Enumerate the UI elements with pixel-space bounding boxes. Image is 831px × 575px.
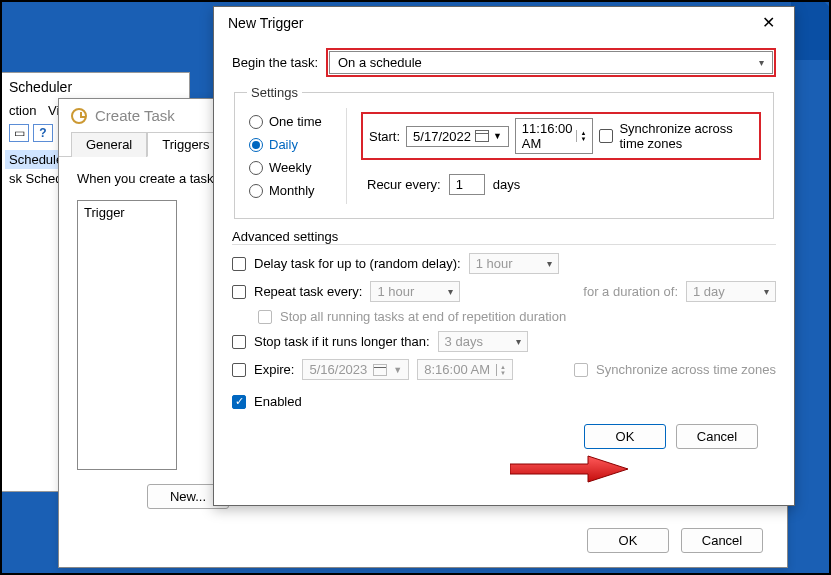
expire-time-input: 8:16:00 AM ▲▼ xyxy=(417,359,513,380)
radio-monthly-label: Monthly xyxy=(269,183,315,198)
start-label: Start: xyxy=(369,129,400,144)
radio-weekly[interactable]: Weekly xyxy=(249,160,340,175)
trigger-list[interactable]: Trigger xyxy=(77,200,177,470)
begin-task-label: Begin the task: xyxy=(232,55,318,70)
duration-select: 1 day ▾ xyxy=(686,281,776,302)
recur-label: Recur every: xyxy=(367,177,441,192)
trigger-footer: OK Cancel xyxy=(232,416,776,449)
radio-one-time-label: One time xyxy=(269,114,322,129)
radio-icon xyxy=(249,184,263,198)
stop-all-label: Stop all running tasks at end of repetit… xyxy=(280,309,566,324)
create-task-cancel-button[interactable]: Cancel xyxy=(681,528,763,553)
chevron-down-icon: ▼ xyxy=(393,365,402,375)
chevron-down-icon: ▾ xyxy=(516,336,521,347)
radio-weekly-label: Weekly xyxy=(269,160,311,175)
desktop-corner xyxy=(791,0,831,60)
trigger-ok-button[interactable]: OK xyxy=(584,424,666,449)
chevron-down-icon: ▾ xyxy=(547,258,552,269)
scheduler-title: Scheduler xyxy=(1,73,189,101)
expire-date-value: 5/16/2023 xyxy=(309,362,367,377)
chevron-down-icon: ▾ xyxy=(764,286,769,297)
trigger-titlebar: New Trigger ✕ xyxy=(214,7,794,40)
duration-value: 1 day xyxy=(693,284,725,299)
highlight-begin: On a schedule ▾ xyxy=(326,48,776,77)
spinner-icon: ▲▼ xyxy=(496,364,506,376)
expire-checkbox[interactable] xyxy=(232,363,246,377)
stop-all-checkbox xyxy=(258,310,272,324)
calendar-icon xyxy=(475,130,489,142)
advanced-header: Advanced settings xyxy=(232,229,776,245)
create-task-ok-button[interactable]: OK xyxy=(587,528,669,553)
duration-label: for a duration of: xyxy=(583,284,678,299)
start-date-input[interactable]: 5/17/2022 ▼ xyxy=(406,126,509,147)
expire-date-input: 5/16/2023 ▼ xyxy=(302,359,409,380)
sync-tz-label: Synchronize across time zones xyxy=(619,121,753,151)
chevron-down-icon: ▼ xyxy=(493,131,502,141)
repeat-select: 1 hour ▾ xyxy=(370,281,460,302)
radio-daily-label: Daily xyxy=(269,137,298,152)
chevron-down-icon: ▾ xyxy=(448,286,453,297)
help-icon[interactable]: ? xyxy=(33,124,53,142)
begin-task-combo[interactable]: On a schedule ▾ xyxy=(329,51,773,74)
toolbar-icon-1[interactable]: ▭ xyxy=(9,124,29,142)
create-task-title: Create Task xyxy=(95,107,175,124)
radio-icon xyxy=(249,161,263,175)
delay-select: 1 hour ▾ xyxy=(469,253,559,274)
advanced-settings: Advanced settings Delay task for up to (… xyxy=(232,229,776,409)
delay-checkbox[interactable] xyxy=(232,257,246,271)
trigger-title: New Trigger xyxy=(228,15,303,31)
recur-input[interactable]: 1 xyxy=(449,174,485,195)
trigger-cancel-button[interactable]: Cancel xyxy=(676,424,758,449)
stop-longer-select: 3 days ▾ xyxy=(438,331,528,352)
clock-icon xyxy=(71,108,87,124)
chevron-down-icon: ▾ xyxy=(759,57,764,68)
tab-general[interactable]: General xyxy=(71,132,147,157)
expire-time-value: 8:16:00 AM xyxy=(424,362,490,377)
radio-daily[interactable]: Daily xyxy=(249,137,340,152)
highlight-start: Start: 5/17/2022 ▼ 11:16:00 AM ▲▼ Synchr… xyxy=(361,112,761,160)
repeat-checkbox[interactable] xyxy=(232,285,246,299)
repeat-label: Repeat task every: xyxy=(254,284,362,299)
stop-longer-value: 3 days xyxy=(445,334,483,349)
begin-task-value: On a schedule xyxy=(338,55,422,70)
settings-legend: Settings xyxy=(247,85,302,100)
start-column: Start: 5/17/2022 ▼ 11:16:00 AM ▲▼ Synchr… xyxy=(361,108,761,204)
delay-value: 1 hour xyxy=(476,256,513,271)
recur-unit: days xyxy=(493,177,520,192)
settings-group: Settings One time Daily Weekly xyxy=(234,85,774,219)
radio-icon xyxy=(249,138,263,152)
radio-one-time[interactable]: One time xyxy=(249,114,340,129)
repeat-value: 1 hour xyxy=(377,284,414,299)
expire-sync-checkbox xyxy=(574,363,588,377)
enabled-checkbox[interactable]: ✓ xyxy=(232,395,246,409)
calendar-icon xyxy=(373,364,387,376)
start-time-input[interactable]: 11:16:00 AM ▲▼ xyxy=(515,118,594,154)
expire-sync-label: Synchronize across time zones xyxy=(596,362,776,377)
menu-action[interactable]: ction xyxy=(9,103,36,118)
expire-label: Expire: xyxy=(254,362,294,377)
trigger-list-header: Trigger xyxy=(84,205,170,220)
enabled-label: Enabled xyxy=(254,394,302,409)
stop-longer-checkbox[interactable] xyxy=(232,335,246,349)
trigger-body: Begin the task: On a schedule ▾ Settings… xyxy=(214,40,794,461)
frequency-column: One time Daily Weekly Monthly xyxy=(247,108,347,204)
delay-label: Delay task for up to (random delay): xyxy=(254,256,461,271)
start-date-value: 5/17/2022 xyxy=(413,129,471,144)
radio-monthly[interactable]: Monthly xyxy=(249,183,340,198)
stop-longer-label: Stop task if it runs longer than: xyxy=(254,334,430,349)
create-task-footer: OK Cancel xyxy=(587,528,763,553)
radio-icon xyxy=(249,115,263,129)
sync-tz-checkbox[interactable] xyxy=(599,129,613,143)
new-trigger-dialog: New Trigger ✕ Begin the task: On a sched… xyxy=(213,6,795,506)
spinner-icon: ▲▼ xyxy=(576,130,586,142)
start-time-value: 11:16:00 AM xyxy=(522,121,573,151)
close-icon[interactable]: ✕ xyxy=(752,13,784,32)
